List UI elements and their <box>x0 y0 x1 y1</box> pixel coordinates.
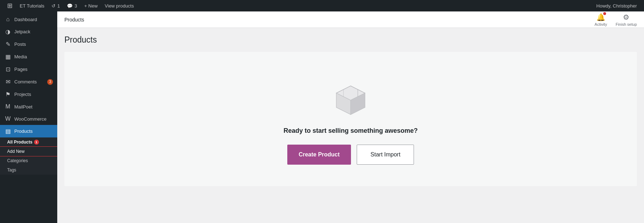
updates-count: 1 <box>57 3 60 9</box>
sidebar-item-dashboard[interactable]: ⌂ Dashboard <box>0 13 57 25</box>
comments-icon: ✉ <box>4 78 11 85</box>
sidebar-item-label: Jetpack <box>14 29 53 34</box>
site-name: ET Tutorials <box>20 3 44 9</box>
submenu-item-categories[interactable]: Categories <box>0 156 57 165</box>
finish-setup-label: Finish setup <box>616 22 637 26</box>
adminbar-updates[interactable]: ↺ 1 <box>48 0 63 11</box>
start-import-button[interactable]: Start Import <box>357 145 414 165</box>
dashboard-icon: ⌂ <box>4 16 11 23</box>
finish-setup-button[interactable]: ⚙ Finish setup <box>616 13 637 26</box>
adminbar-logo[interactable]: ⊞ <box>4 0 16 11</box>
jetpack-icon: ◑ <box>4 28 11 35</box>
app-layout: ⌂ Dashboard ◑ Jetpack ✎ Posts ▦ Media ⊡ … <box>0 11 644 223</box>
empty-box-icon <box>329 73 372 116</box>
all-products-badge: 1 <box>34 140 39 145</box>
notification-dot <box>603 12 606 15</box>
finish-setup-icon: ⚙ <box>623 13 629 21</box>
empty-state: Ready to start selling something awesome… <box>64 52 637 186</box>
sidebar-item-comments[interactable]: ✉ Comments 3 <box>0 76 57 88</box>
adminbar-new[interactable]: + New <box>81 0 101 11</box>
media-icon: ▦ <box>4 53 11 60</box>
sidebar-item-label: Dashboard <box>14 17 53 22</box>
page-header-actions: 🔔 Activity ⚙ Finish setup <box>595 13 637 26</box>
adminbar-site[interactable]: ET Tutorials <box>16 0 48 11</box>
create-product-button[interactable]: Create Product <box>287 145 351 165</box>
sidebar-item-label: MailPoet <box>14 104 53 110</box>
sidebar: ⌂ Dashboard ◑ Jetpack ✎ Posts ▦ Media ⊡ … <box>0 11 57 223</box>
sidebar-menu: ⌂ Dashboard ◑ Jetpack ✎ Posts ▦ Media ⊡ … <box>0 11 57 175</box>
projects-icon: ⚑ <box>4 91 11 98</box>
main-content: Products 🔔 Activity ⚙ Finish setup Produ… <box>57 11 644 223</box>
content-area: Products Ready to start <box>57 28 644 223</box>
empty-state-buttons: Create Product Start Import <box>287 145 414 165</box>
activity-button[interactable]: 🔔 Activity <box>595 13 607 26</box>
comments-badge: 3 <box>47 79 53 85</box>
sidebar-item-label: Products <box>14 129 53 134</box>
updates-icon: ↺ <box>52 3 55 9</box>
new-label: + New <box>84 3 98 9</box>
products-submenu: All Products 1 Add New Categories Tags <box>0 137 57 175</box>
sidebar-item-jetpack[interactable]: ◑ Jetpack <box>0 25 57 38</box>
page-header-title: Products <box>64 17 84 23</box>
sidebar-item-label: Pages <box>14 67 53 72</box>
submenu-item-add-new[interactable]: Add New <box>0 147 57 156</box>
pages-icon: ⊡ <box>4 66 11 73</box>
sidebar-item-label: Posts <box>14 42 53 47</box>
sidebar-item-posts[interactable]: ✎ Posts <box>0 38 57 50</box>
sidebar-item-label: Comments <box>14 79 44 84</box>
posts-icon: ✎ <box>4 41 11 48</box>
submenu-label: Add New <box>7 149 25 154</box>
mailpoet-icon: M <box>4 103 11 110</box>
submenu-item-tags[interactable]: Tags <box>0 165 57 175</box>
sidebar-item-mailpoet[interactable]: M MailPoet <box>0 101 57 113</box>
page-header: Products 🔔 Activity ⚙ Finish setup <box>57 11 644 28</box>
sidebar-item-pages[interactable]: ⊡ Pages <box>0 63 57 76</box>
woocommerce-icon: W <box>4 116 11 122</box>
adminbar-comments[interactable]: 💬 3 <box>63 0 80 11</box>
sidebar-item-label: Projects <box>14 92 53 97</box>
view-products-label: View products <box>105 3 134 9</box>
sidebar-item-projects[interactable]: ⚑ Projects <box>0 88 57 101</box>
sidebar-item-label: Media <box>14 54 53 59</box>
admin-bar: ⊞ ET Tutorials ↺ 1 💬 3 + New View produc… <box>0 0 644 11</box>
submenu-item-all-products[interactable]: All Products 1 <box>0 137 57 147</box>
submenu-label: Categories <box>7 158 28 163</box>
adminbar-howdy: Howdy, Christopher <box>593 3 640 9</box>
empty-state-heading: Ready to start selling something awesome… <box>283 127 418 135</box>
submenu-label: All Products <box>7 140 33 145</box>
submenu-label: Tags <box>7 168 16 173</box>
page-title: Products <box>64 35 637 45</box>
comments-icon: 💬 <box>67 3 73 9</box>
activity-label: Activity <box>595 22 607 26</box>
sidebar-item-woocommerce[interactable]: W WooCommerce <box>0 113 57 125</box>
activity-icon: 🔔 <box>596 13 605 21</box>
adminbar-view-products[interactable]: View products <box>101 0 137 11</box>
adminbar-right: Howdy, Christopher <box>593 3 640 9</box>
sidebar-item-label: WooCommerce <box>14 116 53 122</box>
products-icon: ▤ <box>4 128 11 135</box>
sidebar-item-media[interactable]: ▦ Media <box>0 50 57 63</box>
wordpress-icon: ⊞ <box>7 2 13 10</box>
sidebar-item-products[interactable]: ▤ Products <box>0 125 57 137</box>
comments-count: 3 <box>74 3 77 9</box>
